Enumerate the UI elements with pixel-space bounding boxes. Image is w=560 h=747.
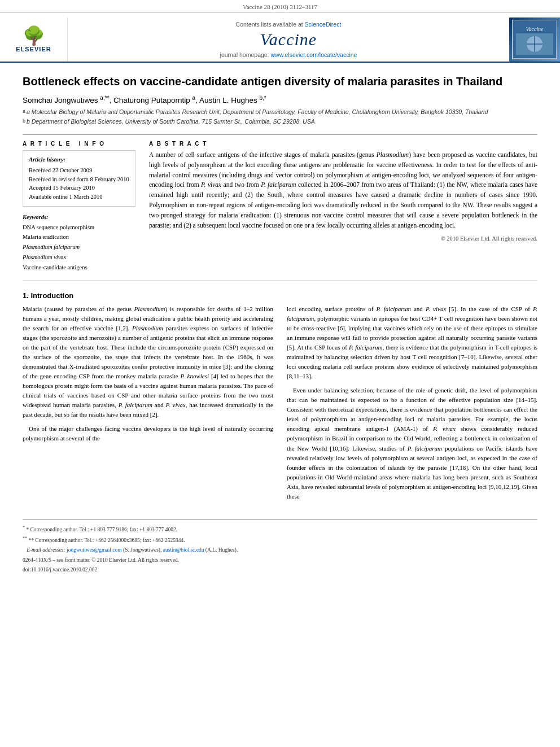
- article-history-box: Article history: Received 22 October 200…: [23, 150, 135, 207]
- intro-p2: One of the major challenges facing vacci…: [23, 424, 273, 443]
- doi-line: doi:10.1016/j.vaccine.2010.02.062: [23, 566, 537, 574]
- abstract-text: A number of cell surface antigens of the…: [149, 150, 537, 231]
- journal-url[interactable]: www.elsevier.com/locate/vaccine: [271, 51, 357, 58]
- footer-section: * * Corresponding author. Tel.: +1 803 7…: [23, 519, 537, 574]
- issn-line: 0264-410X/$ – see front matter © 2010 El…: [23, 556, 537, 565]
- keyword-1: DNA sequence polymorphism: [23, 222, 135, 233]
- affiliations: a a Molecular Biology of Malaria and Opp…: [23, 108, 537, 127]
- copyright-line: © 2010 Elsevier Ltd. All rights reserved…: [149, 235, 537, 242]
- cover-svg: Vaccine: [513, 21, 556, 58]
- cover-thumbnail: Vaccine: [512, 20, 557, 59]
- intro-heading: 1. Introduction: [23, 291, 537, 300]
- revised-date: Received in revised form 8 February 2010: [29, 175, 129, 184]
- main-content: Bottleneck effects on vaccine-candidate …: [0, 63, 560, 587]
- journal-header: 🌳 ELSEVIER Contents lists available at S…: [0, 13, 560, 63]
- intro-p3: loci encoding surface proteins of P. fal…: [287, 304, 537, 381]
- abstract-heading: A B S T R A C T: [149, 141, 537, 147]
- affiliation-1: a a Molecular Biology of Malaria and Opp…: [23, 108, 537, 117]
- footnote-1: * * Corresponding author. Tel.: +1 803 7…: [23, 525, 537, 534]
- svg-text:Vaccine: Vaccine: [526, 26, 544, 32]
- intro-right-col: loci encoding surface proteins of P. fal…: [287, 304, 537, 506]
- intro-left-col: Malaria (caused by parasites of the genu…: [23, 304, 273, 506]
- citation-bar: Vaccine 28 (2010) 3112–3117: [0, 0, 560, 13]
- email-label: E-mail addresses:: [27, 547, 65, 553]
- available-date: Available online 1 March 2010: [29, 193, 129, 202]
- info-abstract-section: A R T I C L E I N F O Article history: R…: [23, 141, 537, 273]
- history-label: Article history:: [29, 155, 129, 165]
- email-addresses: E-mail addresses: jongwutiwes@gmail.com …: [23, 546, 537, 554]
- footnote-2: ** ** Corresponding author. Tel.: +662 2…: [23, 535, 537, 545]
- abstract-column: A B S T R A C T A number of cell surface…: [149, 141, 537, 273]
- author-2: Chaturong Putaporntip a,: [113, 96, 198, 104]
- introduction-section: 1. Introduction Malaria (caused by paras…: [23, 291, 537, 506]
- intro-p4: Even under balancing selection, because …: [287, 386, 537, 501]
- citation-text: Vaccine 28 (2010) 3112–3117: [243, 3, 317, 10]
- article-info-column: A R T I C L E I N F O Article history: R…: [23, 141, 135, 273]
- keyword-3: Plasmodium falciparum: [23, 242, 135, 252]
- elsevier-tree-icon: 🌳: [23, 27, 45, 45]
- sciencedirect-line: Contents lists available at ScienceDirec…: [236, 21, 342, 28]
- article-info-heading: A R T I C L E I N F O: [23, 141, 135, 147]
- journal-title: Vaccine: [260, 30, 317, 49]
- keyword-4: Plasmodium vivax: [23, 252, 135, 263]
- keywords-label: Keywords:: [23, 214, 49, 220]
- email-1[interactable]: jongwutiwes@gmail.com: [67, 547, 122, 553]
- journal-homepage: journal homepage: www.elsevier.com/locat…: [220, 51, 357, 58]
- sciencedirect-link[interactable]: ScienceDirect: [305, 21, 342, 28]
- vaccine-cover-image: Vaccine: [509, 18, 560, 62]
- journal-center: Contents lists available at ScienceDirec…: [68, 18, 509, 62]
- affiliation-2: b b Department of Biological Sciences, U…: [23, 117, 537, 126]
- elsevier-wordmark: ELSEVIER: [16, 46, 51, 53]
- accepted-date: Accepted 15 February 2010: [29, 184, 129, 193]
- intro-p1: Malaria (caused by parasites of the genu…: [23, 304, 273, 420]
- article-title: Bottleneck effects on vaccine-candidate …: [23, 74, 537, 89]
- divider-2: [23, 281, 537, 281]
- author-3: Austin L. Hughes b,*: [199, 96, 266, 104]
- authors-line: Somchai Jongwutiwes a,**, Chaturong Puta…: [23, 94, 537, 104]
- keyword-5: Vaccine-candidate antigens: [23, 263, 135, 273]
- keyword-2: Malaria eradication: [23, 232, 135, 242]
- divider-1: [23, 134, 537, 135]
- email-2[interactable]: austin@biol.sc.edu: [163, 547, 204, 553]
- received-date: Received 22 October 2009: [29, 166, 129, 175]
- intro-body-columns: Malaria (caused by parasites of the genu…: [23, 304, 537, 506]
- author-1: Somchai Jongwutiwes a,**,: [23, 96, 111, 104]
- elsevier-logo: 🌳 ELSEVIER: [0, 18, 68, 62]
- keywords-section: Keywords: DNA sequence polymorphism Mala…: [23, 212, 135, 273]
